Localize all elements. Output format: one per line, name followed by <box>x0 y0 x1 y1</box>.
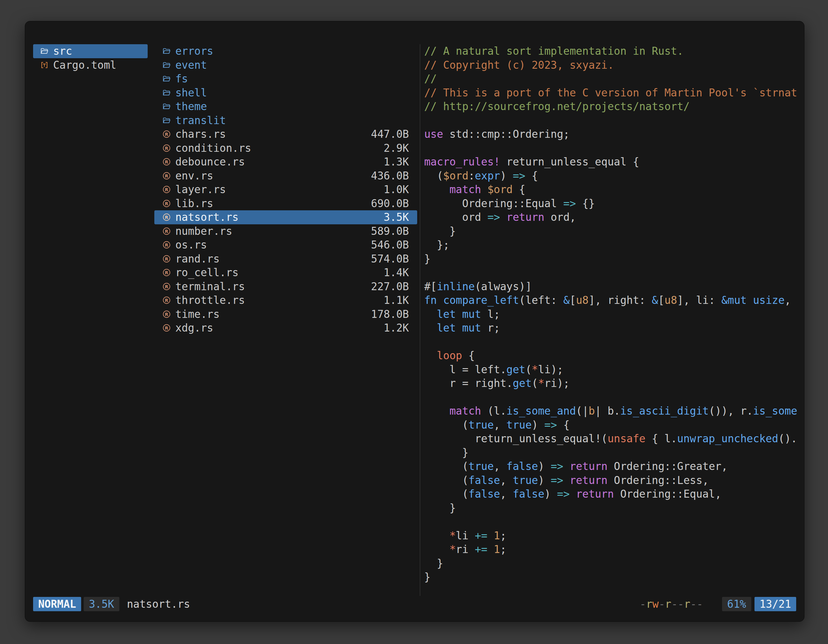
pane-divider <box>420 44 420 596</box>
preview-pane: // A natural sort implementation in Rust… <box>424 44 797 595</box>
permission-char: r <box>646 598 652 610</box>
current-item-debounce.rs[interactable]: Rdebounce.rs1.3K <box>154 155 417 169</box>
item-name: throttle.rs <box>175 294 245 306</box>
folder-icon <box>162 88 171 97</box>
code-line: fn compare_left(left: &[u8], right: &[u8… <box>424 293 797 307</box>
code-line: ($ord:expr) => { <box>424 169 797 183</box>
current-item-condition.rs[interactable]: Rcondition.rs2.9K <box>154 141 417 155</box>
code-line <box>424 335 797 349</box>
item-name: natsort.rs <box>175 211 239 223</box>
current-item-natsort.rs[interactable]: Rnatsort.rs3.5K <box>154 210 417 224</box>
code-line: use std::cmp::Ordering; <box>424 127 797 141</box>
permission-char: - <box>690 598 696 610</box>
item-name: condition.rs <box>175 142 251 154</box>
current-item-layer.rs[interactable]: Rlayer.rs1.0K <box>154 183 417 197</box>
code-line: (true, true) => { <box>424 418 797 432</box>
current-item-throttle.rs[interactable]: Rthrottle.rs1.1K <box>154 293 417 307</box>
parent-item-src[interactable]: src <box>33 44 147 58</box>
svg-text:R: R <box>165 215 168 220</box>
item-name: src <box>53 45 72 57</box>
code-line <box>424 515 797 529</box>
item-size: 178.0B <box>371 308 409 320</box>
code-line <box>424 114 797 128</box>
current-item-errors[interactable]: errors <box>154 44 417 58</box>
item-name: debounce.rs <box>175 155 245 168</box>
item-name: errors <box>175 45 213 57</box>
code-line: r = right.get(*ri); <box>424 376 797 390</box>
item-name: Cargo.toml <box>53 59 116 71</box>
item-size: 1.0K <box>384 183 409 196</box>
permission-char: - <box>640 598 646 610</box>
code-line: // A natural sort implementation in Rust… <box>424 44 797 58</box>
item-name: chars.rs <box>175 128 226 140</box>
svg-text:R: R <box>165 256 168 261</box>
current-item-event[interactable]: event <box>154 58 417 72</box>
current-item-number.rs[interactable]: Rnumber.rs589.0B <box>154 224 417 238</box>
current-item-xdg.rs[interactable]: Rxdg.rs1.2K <box>154 321 417 335</box>
item-size: 690.0B <box>371 197 409 210</box>
rust-file-icon: R <box>162 310 171 318</box>
item-name: number.rs <box>175 225 232 237</box>
code-line: l = left.get(*li); <box>424 363 797 377</box>
item-size: 589.0B <box>371 225 409 237</box>
code-line: }; <box>424 238 797 252</box>
code-line: match (l.is_some_and(|b| b.is_ascii_digi… <box>424 404 797 418</box>
svg-text:R: R <box>165 326 168 331</box>
current-item-env.rs[interactable]: Renv.rs436.0B <box>154 169 417 183</box>
code-line: (true, false) => return Ordering::Greate… <box>424 459 797 473</box>
rust-file-icon: R <box>162 158 171 166</box>
rust-file-icon: R <box>162 241 171 249</box>
svg-text:R: R <box>165 132 168 137</box>
folder-icon <box>162 47 171 55</box>
current-item-fs[interactable]: fs <box>154 72 417 86</box>
current-item-chars.rs[interactable]: Rchars.rs447.0B <box>154 127 417 141</box>
item-name: fs <box>175 72 188 85</box>
scroll-percent-badge: 61% <box>722 597 751 611</box>
current-item-theme[interactable]: theme <box>154 100 417 114</box>
permission-char: r <box>665 598 671 610</box>
svg-text:R: R <box>165 284 168 289</box>
parent-pane: srcCargo.toml <box>33 44 147 72</box>
svg-text:R: R <box>165 146 168 150</box>
item-size: 1.2K <box>384 322 409 334</box>
item-name: event <box>175 59 207 71</box>
code-line: // <box>424 72 797 86</box>
item-name: xdg.rs <box>175 322 213 334</box>
permission-char: - <box>659 598 665 610</box>
item-size: 546.0B <box>371 239 409 251</box>
folder-icon <box>162 116 171 125</box>
code-line: // Copyright (c) 2023, sxyazi. <box>424 58 797 72</box>
toml-file-icon <box>40 61 49 69</box>
code-line: } <box>424 556 797 570</box>
item-size: 227.0B <box>371 280 409 293</box>
parent-item-Cargo.toml[interactable]: Cargo.toml <box>33 58 147 72</box>
rust-file-icon: R <box>162 144 171 152</box>
item-name: rand.rs <box>175 253 220 265</box>
current-item-translit[interactable]: translit <box>154 114 417 128</box>
item-size: 1.1K <box>384 294 409 306</box>
svg-text:R: R <box>165 187 168 192</box>
current-item-time.rs[interactable]: Rtime.rs178.0B <box>154 307 417 321</box>
current-item-rand.rs[interactable]: Rrand.rs574.0B <box>154 252 417 266</box>
current-item-terminal.rs[interactable]: Rterminal.rs227.0B <box>154 280 417 294</box>
code-line: #[inline(always)] <box>424 280 797 294</box>
rust-file-icon: R <box>162 296 171 304</box>
mode-badge: NORMAL <box>33 597 81 611</box>
rust-file-icon: R <box>162 268 171 277</box>
rust-file-icon: R <box>162 324 171 332</box>
svg-text:R: R <box>165 201 168 206</box>
svg-text:R: R <box>165 229 168 233</box>
item-size: 436.0B <box>371 169 409 182</box>
current-item-lib.rs[interactable]: Rlib.rs690.0B <box>154 197 417 211</box>
code-line: return_unless_equal!(unsafe { l.unwrap_u… <box>424 432 797 446</box>
svg-text:R: R <box>165 243 168 248</box>
yazi-file-manager-window: srcCargo.toml errorseventfsshellthemetra… <box>25 21 804 622</box>
svg-text:R: R <box>165 160 168 165</box>
current-item-ro_cell.rs[interactable]: Rro_cell.rs1.4K <box>154 266 417 280</box>
current-item-shell[interactable]: shell <box>154 86 417 100</box>
permission-char: - <box>671 598 678 610</box>
code-line <box>424 141 797 155</box>
item-size: 1.3K <box>384 155 409 168</box>
current-item-os.rs[interactable]: Ros.rs546.0B <box>154 238 417 252</box>
code-line: } <box>424 570 797 584</box>
